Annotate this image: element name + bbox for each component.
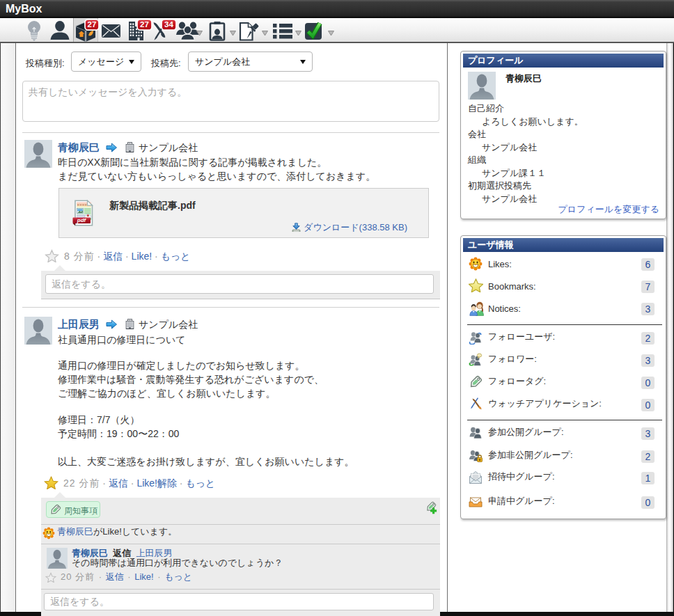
svg-text:27: 27 — [88, 20, 97, 29]
svg-text:27: 27 — [140, 20, 149, 29]
svg-text:34: 34 — [164, 20, 173, 29]
